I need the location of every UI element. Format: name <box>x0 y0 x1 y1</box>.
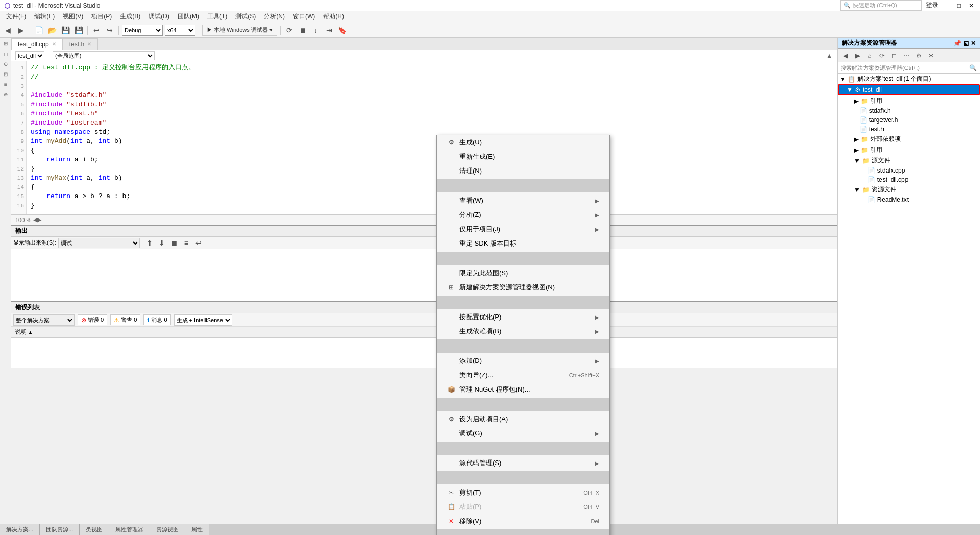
se-item-references[interactable]: ▶ 📁 引用 <box>838 144 980 155</box>
ctx-new-view[interactable]: ⊞ 新建解决方案资源管理器视图(N) <box>437 280 609 295</box>
error-filter-select[interactable]: 整个解决方案 <box>13 314 75 326</box>
code-editor[interactable]: 12345 678910 1112131415 16 // test_dll.c… <box>11 61 837 214</box>
menu-window[interactable]: 窗口(W) <box>289 11 319 22</box>
ctx-remove[interactable]: ✕ 移除(V) Del <box>437 514 609 528</box>
sidebar-icon-5[interactable]: ≡ <box>1 80 10 89</box>
error-count-badge[interactable]: ⊗ 错误 0 <box>78 314 107 325</box>
global-scope-select[interactable]: (全局范围) <box>53 51 155 60</box>
ctx-rebuild[interactable]: 重新生成(E) <box>437 150 609 164</box>
toolbar-misc-1[interactable]: ⟳ <box>284 25 295 36</box>
quick-launch-box[interactable]: 🔍 快速启动 (Ctrl+Q) <box>840 0 922 11</box>
se-item-external-deps[interactable]: ▶ 📁 外部依赖项 <box>838 134 980 144</box>
back-btn[interactable]: ◀ <box>2 25 13 36</box>
code-content[interactable]: // test_dll.cpp : 定义控制台应用程序的入口点。 // #inc… <box>27 61 837 214</box>
bottom-tab-properties[interactable]: 属性 <box>185 524 209 535</box>
message-count-badge[interactable]: ℹ 消息 0 <box>143 314 170 325</box>
se-collapse-btn[interactable]: ◻ <box>889 50 900 61</box>
se-item-solution[interactable]: ▼ 📋 解决方案'test_dll'(1 个面目) <box>838 74 980 84</box>
ctx-pgo[interactable]: 按配置优化(P) ▶ <box>437 310 609 324</box>
se-item-test-dll-cpp[interactable]: 📄 test_dll.cpp <box>838 175 980 184</box>
bottom-tab-team[interactable]: 团队资源... <box>40 524 80 535</box>
collapse-btn[interactable]: ▲ <box>826 52 833 60</box>
ctx-project-only[interactable]: 仅用于项目(J) ▶ <box>437 222 609 236</box>
scope-select[interactable]: test_dll <box>15 51 44 60</box>
new-btn[interactable]: 📄 <box>33 25 44 36</box>
menu-help[interactable]: 帮助(H) <box>319 11 348 22</box>
undo-btn[interactable]: ↩ <box>91 25 102 36</box>
close-btn[interactable]: ✕ <box>967 2 976 9</box>
toolbar-misc-3[interactable]: ↓ <box>310 25 322 36</box>
ctx-cut[interactable]: ✂ 剪切(T) Ctrl+X <box>437 485 609 500</box>
ctx-build-deps[interactable]: 生成依赖项(B) ▶ <box>437 324 609 338</box>
se-search-bar[interactable]: 🔍 <box>838 62 980 74</box>
output-btn-3[interactable]: ⏹ <box>168 237 180 249</box>
output-btn-5[interactable]: ↩ <box>193 237 204 249</box>
ctx-analyze[interactable]: 分析(Z) ▶ <box>437 208 609 222</box>
menu-tools[interactable]: 工具(T) <box>203 11 231 22</box>
toolbar-misc-4[interactable]: ⇥ <box>324 25 335 36</box>
menu-team[interactable]: 团队(M) <box>174 11 203 22</box>
warning-count-badge[interactable]: ⚠ 警告 0 <box>110 314 140 325</box>
open-btn[interactable]: 📂 <box>46 25 58 36</box>
ctx-scope[interactable]: 限定为此范围(S) <box>437 266 609 280</box>
se-item-stdafx-h[interactable]: 📄 stdafx.h <box>838 106 980 115</box>
sidebar-icon-3[interactable]: ⊙ <box>1 59 10 68</box>
se-pin-btn[interactable]: 📌 <box>953 40 961 47</box>
se-filter-btn[interactable]: ⋯ <box>901 50 912 61</box>
menu-test[interactable]: 测试(S) <box>231 11 260 22</box>
redo-btn[interactable]: ↪ <box>104 25 115 36</box>
ctx-clean[interactable]: 清理(N) <box>437 164 609 178</box>
sidebar-icon-4[interactable]: ⊡ <box>1 69 10 79</box>
menu-file[interactable]: 文件(F) <box>2 11 30 22</box>
tab-h-close[interactable]: ✕ <box>87 41 91 47</box>
menu-project[interactable]: 项目(P) <box>87 11 116 22</box>
forward-btn[interactable]: ▶ <box>15 25 27 36</box>
tab-cpp-close[interactable]: ✕ <box>52 41 56 47</box>
minimize-btn[interactable]: ─ <box>942 2 951 9</box>
se-item-project[interactable]: ▼ ⚙ test_dll <box>838 84 980 95</box>
se-item-ref-folder[interactable]: ▶ 📁 引用 <box>838 95 980 106</box>
bottom-tab-resource[interactable]: 资源视图 <box>150 524 185 535</box>
output-btn-4[interactable]: ≡ <box>181 237 192 249</box>
save-all-btn[interactable]: 💾 <box>73 25 84 36</box>
se-settings-btn[interactable]: ⚙ <box>913 50 924 61</box>
ctx-set-startup[interactable]: ⚙ 设为启动项目(A) <box>437 412 609 426</box>
sidebar-icon-2[interactable]: ◻ <box>1 49 10 58</box>
se-item-stdafx-cpp[interactable]: 📄 stdafx.cpp <box>838 166 980 175</box>
se-item-targetver[interactable]: 📄 targetver.h <box>838 115 980 125</box>
ctx-nuget[interactable]: 📦 管理 NuGet 程序包(N)... <box>437 382 609 397</box>
tab-cpp[interactable]: test_dll.cpp ✕ <box>11 38 63 50</box>
ctx-debug-sub[interactable]: 调试(G) ▶ <box>437 426 609 441</box>
toolbar-misc-2[interactable]: ⏹ <box>297 25 308 36</box>
se-item-test-h[interactable]: 📄 test.h <box>838 125 980 134</box>
menu-edit[interactable]: 编辑(E) <box>30 11 59 22</box>
signin-btn[interactable]: 登录 <box>926 1 938 10</box>
maximize-btn[interactable]: □ <box>955 2 963 9</box>
se-float-btn[interactable]: ⬕ <box>963 40 969 47</box>
platform-select[interactable]: x64 <box>165 25 195 36</box>
ctx-src-ctrl[interactable]: 源代码管理(S) ▶ <box>437 456 609 470</box>
menu-analyze[interactable]: 分析(N) <box>260 11 289 22</box>
ctx-paste[interactable]: 📋 粘贴(P) Ctrl+V <box>437 500 609 514</box>
output-btn-1[interactable]: ⬆ <box>144 237 155 249</box>
se-item-resource-files[interactable]: ▼ 📁 资源文件 <box>838 184 980 195</box>
ctx-add[interactable]: 添加(D) ▶ <box>437 354 609 368</box>
se-forward-btn[interactable]: ▶ <box>852 50 863 61</box>
save-btn[interactable]: 💾 <box>60 25 71 36</box>
se-refresh-btn[interactable]: ⟳ <box>876 50 888 61</box>
debug-config-select[interactable]: Debug <box>122 25 163 36</box>
tab-h[interactable]: test.h ✕ <box>63 38 98 50</box>
sidebar-icon-1[interactable]: ⊞ <box>1 39 10 48</box>
se-close-btn[interactable]: ✕ <box>971 40 976 47</box>
zoom-slider[interactable]: ◀▶ <box>33 216 41 223</box>
se-item-readme[interactable]: 📄 ReadMe.txt <box>838 195 980 204</box>
toolbar-misc-5[interactable]: 🔖 <box>337 25 348 36</box>
ctx-retarget[interactable]: 重定 SDK 版本目标 <box>437 236 609 251</box>
run-button[interactable]: ▶ 本地 Windows 调试器 ▾ <box>202 25 277 36</box>
se-close2-btn[interactable]: ✕ <box>925 50 937 61</box>
ctx-build[interactable]: ⚙ 生成(U) <box>437 135 609 150</box>
ctx-class-wizard[interactable]: 类向导(Z)... Ctrl+Shift+X <box>437 368 609 382</box>
bottom-tab-class[interactable]: 类视图 <box>80 524 109 535</box>
se-item-source-files[interactable]: ▼ 📁 源文件 <box>838 155 980 166</box>
output-source-select[interactable]: 调试 <box>58 238 140 248</box>
